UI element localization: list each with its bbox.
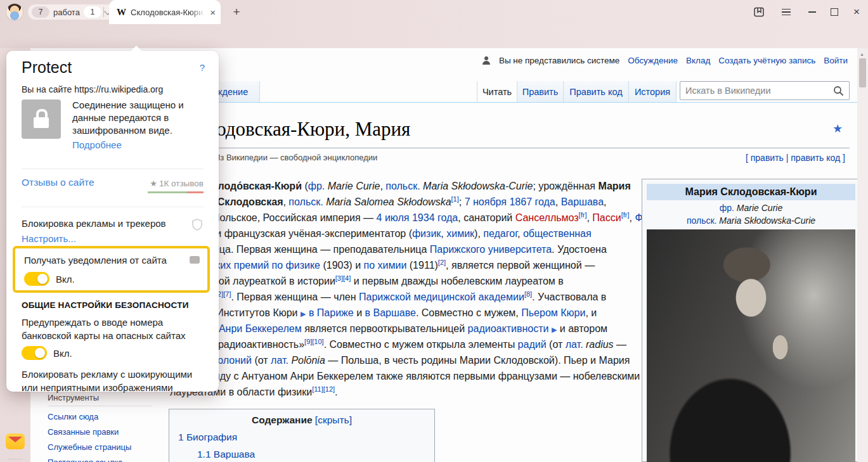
article-link[interactable]: 4 июля [377,212,410,223]
tab-edit-source[interactable]: Править код [563,81,629,102]
article-link[interactable]: физик [412,228,441,239]
page-scrollbar[interactable]: ▲ [857,48,868,462]
protect-popup: Protect ? Вы на сайте https://ru.wikiped… [6,51,219,392]
section-edit-links[interactable]: [ править | править код ] [746,153,845,163]
scroll-up-arrow[interactable]: ▲ [860,52,864,56]
personal-status: Вы не представились системе [499,56,619,65]
notifications-toggle-row: Вкл. [24,272,75,286]
article-link[interactable]: польск. [385,181,420,191]
reviews-count: 1К отзывов [159,179,204,188]
personal-login-link[interactable]: Войти [824,56,848,65]
minimize-button[interactable] [803,0,822,24]
tab-history[interactable]: История [628,81,677,102]
new-tab-button[interactable]: + [228,4,245,20]
article-line: Царство Польское, Российская империя — 4… [170,210,693,226]
article-link[interactable]: фр. [308,181,325,191]
article-link[interactable]: лат. [566,339,583,350]
tools-permalink[interactable]: Постоянная ссылка [48,458,152,462]
toc-item-biography[interactable]: 1 Биография [178,432,434,443]
secure-connection-text: Соединение защищено и данные передаются … [72,99,209,137]
maximize-button[interactable] [825,0,844,24]
article-link[interactable]: в Варшаве [365,307,416,318]
reference-sup[interactable]: [fr] [579,211,587,219]
article-link[interactable]: 1934 года [412,212,458,223]
infobox: Мария Склодовская-Кюри фр. Marie Curie п… [642,179,860,462]
article-link[interactable]: лат. [271,355,288,366]
notification-chat-icon [190,256,200,264]
menu-icon[interactable] [777,0,796,24]
tools-header: Инструменты [48,393,152,406]
article-line: Саломея Склодовская, польск. Maria Salom… [170,194,693,210]
personal-contribs-link[interactable]: Вклад [686,56,710,65]
card-warning-state: Вкл. [53,348,72,359]
article-link[interactable]: радиоактивности [468,323,549,334]
side-panel-icon[interactable] [749,0,768,24]
toc-hide-link[interactable]: [скрыть] [315,414,352,425]
article-link[interactable]: по химии [364,260,407,271]
tab-read[interactable]: Читать [477,81,517,102]
article-link[interactable]: Санселльмоз [515,212,579,223]
notifications-label: Получать уведомления от сайта [24,255,167,266]
reference-sup[interactable]: [fr] [621,211,630,219]
article-link[interactable]: в Париже [309,307,354,318]
tools-whatlinkshere[interactable]: Ссылки сюда [48,412,152,421]
article-text: , [517,228,523,239]
reviews-rating-bar [148,191,204,193]
article-link[interactable]: педагог [483,228,517,239]
toc-item-warsaw[interactable]: 1.1 Варшава [197,449,434,460]
tools-special-pages[interactable]: Служебные страницы [48,442,152,452]
reference-sup[interactable]: [1] [451,195,459,203]
article-link[interactable]: 7 ноября [465,196,507,207]
article-text: , санаторий [458,212,515,223]
notifications-state: Вкл. [56,274,75,285]
site-reviews-link[interactable]: Отзывы о сайте [22,177,94,188]
yandex-mail-icon[interactable] [6,433,25,449]
article-link[interactable]: Пьером Кюри [521,307,585,318]
tab-group[interactable]: 7 работа 1 [28,4,115,20]
reference-sup[interactable]: [3][4] [335,274,351,282]
wiki-search-box[interactable]: Искать в Википедии [680,81,850,100]
reference-sup[interactable]: [8] [524,290,532,298]
article-link[interactable]: общественная [523,228,592,239]
lang-fr-link[interactable]: фр. [720,203,734,213]
article-text: (от [252,355,271,366]
article-link[interactable]: Парижской медицинской академии [359,292,524,302]
lang-pl-link[interactable]: польск. [687,215,717,226]
notifications-toggle[interactable] [24,272,49,286]
tab-edit[interactable]: Править [517,81,564,102]
browser-toolbar: ← Я ↻ https://ru.wikipedia.org/wiki/Скло… [0,24,868,48]
active-tab[interactable]: W Склодовская-Кюри, Ма × [109,0,221,24]
article-link[interactable]: Варшава [561,196,604,207]
article-text: и первым дважды нобелевским лауреатом в [351,276,564,286]
article-link[interactable]: 1867 года [509,196,555,207]
personal-talk-link[interactable]: Обсуждение [628,56,678,65]
article-line: термина «радиоактивность»[9][10]. Совмес… [170,337,693,352]
article-link[interactable]: радий [518,339,547,350]
article-text: . Совместно с мужем открыла элементы [324,339,518,350]
article-link[interactable]: химик [446,228,474,239]
card-warning-toggle[interactable] [22,346,47,360]
article-line: Мари́я Склодо́вская-Кюри́ (фр. Marie Cur… [170,178,693,194]
tools-related-changes[interactable]: Связанные правки [48,427,152,437]
article-link[interactable]: Пасси [592,212,621,223]
details-link[interactable]: Подробнее [72,139,122,150]
configure-link[interactable]: Настроить... [22,233,76,244]
infobox-title: Мария Склодовская-Кюри [647,184,855,200]
search-icon[interactable] [833,86,844,96]
article-text: — [614,339,626,350]
article-link[interactable]: Парижского университета [430,244,552,255]
article-text: (от [547,339,566,350]
watchlist-star-icon[interactable]: ★ [832,122,843,136]
reference-sup[interactable]: [2] [438,259,446,266]
article-text: и автором [557,323,607,334]
article-text: , [555,196,561,207]
close-button[interactable]: × [847,0,866,24]
tab-close-icon[interactable]: × [210,7,216,18]
article-link[interactable]: польск. [288,196,323,207]
protect-help-link[interactable]: ? [200,62,205,73]
profile-avatar[interactable] [6,4,23,20]
personal-createaccount-link[interactable]: Создать учётную запись [718,56,815,65]
reference-sup[interactable]: [11][12] [312,385,335,393]
reference-sup[interactable]: [9][10] [304,338,324,345]
scrollbar-thumb[interactable] [859,58,866,87]
